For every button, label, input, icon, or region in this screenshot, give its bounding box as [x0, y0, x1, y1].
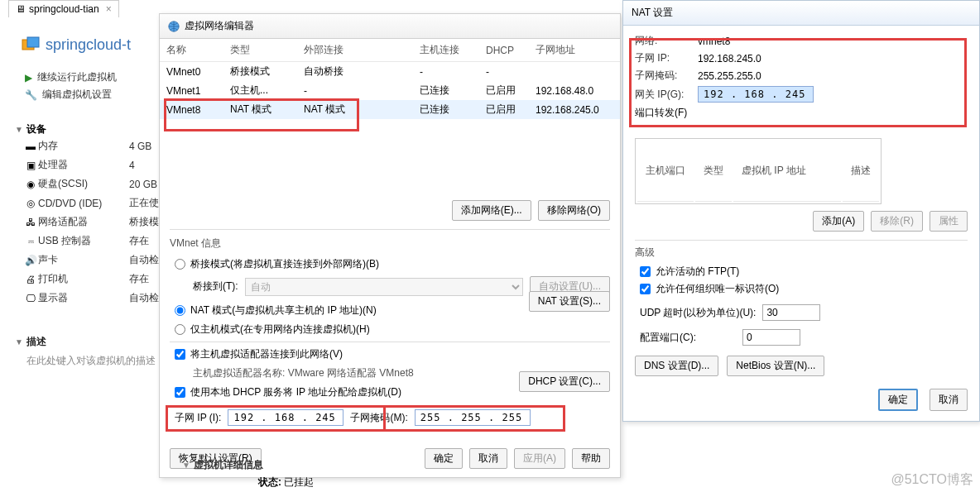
- tab-close-icon[interactable]: ×: [106, 3, 112, 15]
- state-value: 已挂起: [284, 476, 314, 488]
- devices-header[interactable]: 设备: [15, 122, 46, 136]
- device-name: 显示器: [38, 291, 129, 305]
- ram-icon: ▬: [23, 141, 38, 152]
- allow-ftp-checkbox[interactable]: [640, 266, 651, 277]
- watermark: @51CTO博客: [891, 471, 973, 489]
- nat-ok-button[interactable]: 确定: [878, 389, 918, 411]
- pf-col-desc: 描述: [843, 141, 879, 202]
- add-network-button[interactable]: 添加网络(E)...: [452, 200, 531, 221]
- svg-rect-1: [27, 37, 39, 47]
- bridge-radio[interactable]: [175, 259, 185, 270]
- col-dhcp[interactable]: DHCP: [479, 39, 529, 62]
- device-name: 网络适配器: [38, 215, 129, 229]
- state-label: 状态:: [232, 475, 281, 490]
- device-row[interactable]: 🖧网络适配器桥接模: [23, 215, 159, 229]
- connect-host-label: 将主机虚拟适配器连接到此网络(V): [190, 347, 343, 361]
- port-forward-table[interactable]: 主机端口 类型 虚拟机 IP 地址 描述: [635, 138, 882, 204]
- device-name: 处理器: [38, 158, 129, 172]
- subnet-ip-label: 子网 IP (I):: [175, 411, 221, 425]
- device-value: 自动检: [129, 253, 159, 267]
- nat-cancel-button[interactable]: 取消: [930, 389, 968, 411]
- disk-icon: ◉: [23, 179, 38, 190]
- vmnet-info-title: VMnet 信息: [170, 236, 610, 251]
- usb-icon: ⎓: [23, 236, 38, 247]
- device-row[interactable]: ⎓USB 控制器存在: [23, 234, 159, 248]
- network-row[interactable]: VMnet8NAT 模式NAT 模式已连接已启用192.168.245.0: [160, 100, 620, 119]
- pf-props-button[interactable]: 属性: [930, 211, 968, 232]
- config-port-input[interactable]: [742, 329, 800, 346]
- pf-col-type: 类型: [695, 141, 732, 202]
- cpu-icon: ▣: [23, 160, 38, 171]
- network-row[interactable]: VMnet0桥接模式自动桥接--: [160, 62, 620, 82]
- device-name: 声卡: [38, 253, 129, 267]
- dialog-titlebar[interactable]: 虚拟网络编辑器: [160, 14, 620, 39]
- nat-radio[interactable]: [175, 305, 185, 316]
- nat-subnet-ip-label: 子网 IP:: [635, 51, 691, 65]
- nat-settings-button[interactable]: NAT 设置(S)...: [529, 291, 610, 312]
- port-forward-label: 端口转发(F): [635, 106, 687, 120]
- device-value: 4 GB: [129, 141, 151, 152]
- col-host[interactable]: 主机连接: [413, 39, 479, 62]
- device-value: 存在: [129, 272, 149, 286]
- device-value: 存在: [129, 234, 149, 248]
- edit-vm-settings-link[interactable]: 🔧编辑虚拟机设置: [25, 88, 117, 102]
- dialog-title: 虚拟网络编辑器: [185, 19, 254, 33]
- pf-col-vmip: 虚拟机 IP 地址: [733, 141, 841, 202]
- vm-logo-icon: [21, 35, 41, 55]
- network-table: 名称 类型 外部连接 主机连接 DHCP 子网地址 VMnet0桥接模式自动桥接…: [160, 39, 620, 119]
- resume-vm-link[interactable]: ▶继续运行此虚拟机: [25, 70, 117, 84]
- device-row[interactable]: ◎CD/DVD (IDE)正在使: [23, 196, 159, 210]
- help-button[interactable]: 帮助: [572, 448, 610, 469]
- subnet-ip-input[interactable]: [228, 409, 343, 426]
- device-row[interactable]: 🖵显示器自动检: [23, 291, 159, 305]
- device-row[interactable]: 🔊声卡自动检: [23, 253, 159, 267]
- device-row[interactable]: ▣处理器4: [23, 158, 159, 172]
- play-icon: ▶: [25, 72, 32, 84]
- description-placeholder[interactable]: 在此处键入对该虚拟机的描述: [26, 354, 156, 368]
- apply-button[interactable]: 应用(A): [514, 448, 565, 469]
- nat-dialog-title[interactable]: NAT 设置: [623, 1, 979, 26]
- netbios-settings-button[interactable]: NetBios 设置(N)...: [727, 356, 824, 376]
- bridge-select[interactable]: 自动: [245, 278, 524, 296]
- use-dhcp-label: 使用本地 DHCP 服务将 IP 地址分配给虚拟机(D): [190, 385, 401, 399]
- subnet-mask-input[interactable]: [415, 409, 531, 426]
- nic-icon: 🖧: [23, 217, 38, 228]
- device-name: USB 控制器: [38, 234, 129, 248]
- vm-tab[interactable]: 🖥 springcloud-tian ×: [8, 0, 119, 17]
- display-icon: 🖵: [23, 293, 38, 304]
- description-header[interactable]: 描述: [15, 335, 156, 349]
- device-name: 打印机: [38, 272, 129, 286]
- allow-oui-checkbox[interactable]: [640, 284, 651, 294]
- device-value: 正在使: [129, 196, 159, 210]
- hostonly-radio[interactable]: [175, 324, 185, 335]
- device-name: 硬盘(SCSI): [38, 177, 129, 191]
- cd-icon: ◎: [23, 198, 38, 209]
- device-row[interactable]: ▬内存4 GB: [23, 139, 159, 153]
- nat-settings-dialog: NAT 设置 网络:vmnet8 子网 IP:192.168.245.0 子网掩…: [622, 0, 980, 422]
- vm-icon: 🖥: [16, 3, 26, 15]
- col-subnet[interactable]: 子网地址: [529, 39, 620, 62]
- gateway-ip-input[interactable]: [698, 86, 814, 103]
- col-type[interactable]: 类型: [223, 39, 297, 62]
- remove-network-button[interactable]: 移除网络(O): [538, 200, 610, 221]
- bridge-label: 桥接模式(将虚拟机直接连接到外部网络)(B): [190, 257, 379, 271]
- globe-icon: [168, 21, 180, 32]
- device-row[interactable]: 🖨打印机存在: [23, 272, 159, 286]
- vm-tab-label: springcloud-tian: [29, 3, 99, 15]
- device-value: 桥接模: [129, 215, 159, 229]
- pf-remove-button[interactable]: 移除(R): [871, 211, 923, 232]
- col-name[interactable]: 名称: [160, 39, 223, 62]
- network-row[interactable]: VMnet1仅主机...-已连接已启用192.168.48.0: [160, 81, 620, 100]
- udp-timeout-input[interactable]: [762, 304, 820, 321]
- use-dhcp-checkbox[interactable]: [175, 387, 185, 398]
- pf-add-button[interactable]: 添加(A): [813, 211, 864, 232]
- col-ext[interactable]: 外部连接: [297, 39, 413, 62]
- nat-label: NAT 模式(与虚拟机共享主机的 IP 地址)(N): [190, 303, 377, 318]
- dhcp-settings-button[interactable]: DHCP 设置(C)...: [519, 371, 610, 392]
- vm-detail-header[interactable]: 虚拟机详细信息: [182, 458, 477, 472]
- dns-settings-button[interactable]: DNS 设置(D)...: [635, 356, 718, 376]
- device-row[interactable]: ◉硬盘(SCSI)20 GB: [23, 177, 159, 191]
- config-port-label: 配置端口(C):: [640, 331, 696, 345]
- connect-host-checkbox[interactable]: [175, 349, 185, 360]
- nat-subnet-mask-label: 子网掩码:: [635, 69, 691, 83]
